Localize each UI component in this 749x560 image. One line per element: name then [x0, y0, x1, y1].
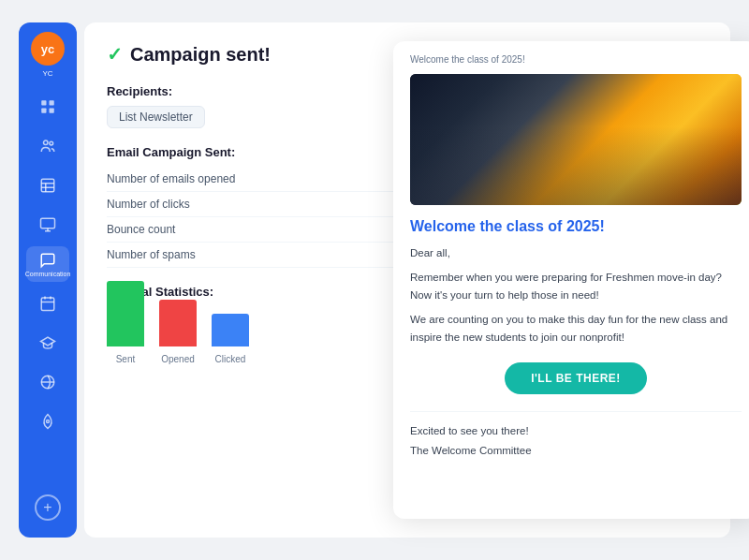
svg-point-18 — [47, 420, 50, 423]
chart-bar-label: Opened — [161, 354, 195, 364]
email-greeting: Dear all, — [410, 244, 742, 261]
sidebar-item-communication-label: Communication — [25, 271, 71, 277]
sidebar-item-dashboard[interactable] — [26, 89, 69, 125]
svg-rect-10 — [41, 218, 55, 228]
svg-rect-2 — [41, 109, 46, 113]
svg-point-5 — [50, 141, 53, 145]
chart-bar — [107, 281, 144, 346]
sidebar-item-communication[interactable]: Communication — [26, 246, 69, 282]
sidebar-item-education[interactable] — [26, 325, 69, 361]
email-footer-line2: The Welcome Committee — [410, 441, 742, 461]
sidebar-item-people[interactable] — [26, 128, 69, 164]
email-paragraph2: We are counting on you to make this day … — [410, 311, 742, 346]
email-footer-line1: Excited to see you there! — [410, 421, 742, 441]
email-preview-panel: Welcome the class of 2025! Welcome the c… — [393, 41, 749, 519]
recipients-tag: List Newsletter — [107, 106, 205, 128]
sidebar-item-activities[interactable] — [26, 364, 69, 400]
chart-bar-label: Sent — [116, 354, 136, 364]
svg-rect-0 — [41, 100, 46, 105]
svg-rect-1 — [50, 100, 54, 105]
chart-bar-group: Sent — [107, 281, 144, 364]
hero-scene — [410, 74, 742, 205]
sidebar: yc YC Communication — [19, 22, 77, 538]
email-cta-button[interactable]: I'LL BE THERE! — [505, 362, 647, 394]
email-heading: Welcome the class of 2025! — [410, 218, 742, 235]
sidebar-bottom: + — [35, 494, 61, 528]
sidebar-item-calendar[interactable] — [26, 286, 69, 321]
sidebar-item-reports[interactable] — [26, 168, 69, 203]
svg-rect-6 — [41, 179, 54, 192]
chart-bar-group: Clicked — [212, 314, 249, 364]
email-hero-image — [410, 74, 742, 205]
sidebar-item-monitor[interactable] — [26, 207, 69, 243]
app-logo[interactable]: yc — [31, 32, 65, 66]
app-container: yc YC Communication — [19, 22, 730, 538]
app-logo-label: YC — [42, 69, 52, 78]
chart-bar — [212, 314, 249, 346]
email-panel-inner: Welcome the class of 2025! Welcome the c… — [393, 41, 749, 519]
chart-bar-label: Clicked — [215, 354, 246, 364]
sidebar-nav: Communication — [19, 89, 77, 494]
chart-bar-group: Opened — [159, 300, 197, 364]
svg-rect-13 — [41, 298, 54, 311]
email-footer: Excited to see you there! The Welcome Co… — [410, 411, 742, 460]
sidebar-item-campaigns[interactable] — [26, 404, 69, 439]
email-cta-wrapper: I'LL BE THERE! — [410, 362, 742, 394]
email-subject: Welcome the class of 2025! — [410, 54, 742, 65]
campaign-title: ✓ Campaign sent! — [107, 43, 271, 66]
chart-bar — [159, 300, 197, 346]
sidebar-add-button[interactable]: + — [35, 494, 61, 521]
svg-rect-3 — [50, 109, 54, 113]
email-paragraph1: Remember when you were preparing for Fre… — [410, 269, 742, 303]
check-icon: ✓ — [107, 43, 123, 66]
svg-point-4 — [44, 140, 49, 145]
